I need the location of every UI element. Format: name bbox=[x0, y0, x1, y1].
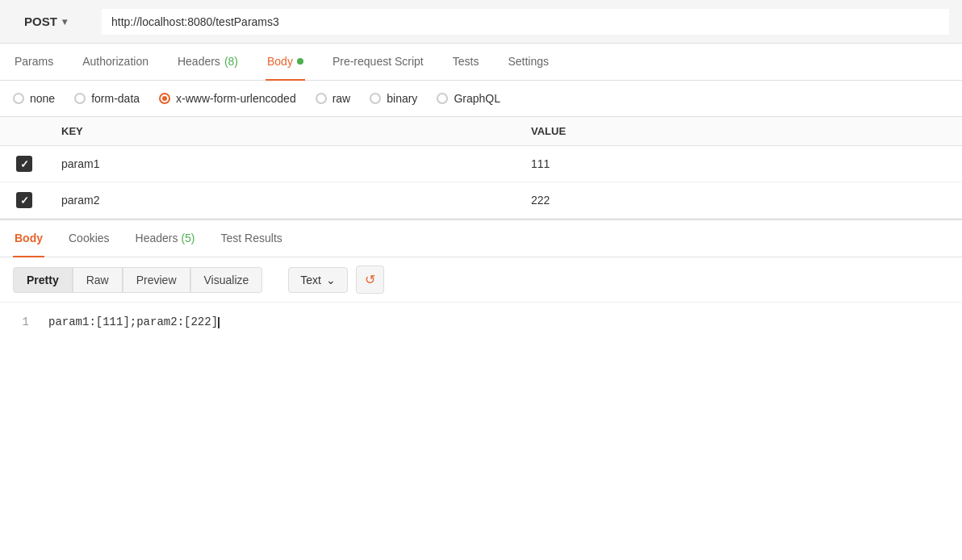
tab-prerequest[interactable]: Pre-request Script bbox=[331, 44, 425, 81]
checkmark-param2: ✓ bbox=[20, 194, 29, 207]
url-input[interactable] bbox=[102, 9, 949, 35]
tab-settings[interactable]: Settings bbox=[506, 44, 550, 81]
wrap-button[interactable]: ↺ bbox=[356, 265, 384, 294]
option-raw[interactable]: raw bbox=[316, 92, 351, 105]
text-cursor bbox=[218, 317, 220, 328]
table-row: ✓ param2 222 bbox=[0, 182, 962, 219]
line-text-1: param1:[111];param2:[222] bbox=[48, 316, 218, 328]
option-x-www-form-urlencoded[interactable]: x-www-form-urlencoded bbox=[159, 92, 296, 105]
text-format-dropdown[interactable]: Text ⌄ bbox=[288, 267, 348, 293]
format-tab-raw[interactable]: Raw bbox=[73, 267, 123, 293]
radio-binary bbox=[370, 93, 381, 104]
body-options: none form-data x-www-form-urlencoded raw… bbox=[0, 81, 962, 117]
method-label: POST bbox=[24, 15, 57, 28]
value-cell-param1[interactable]: 111 bbox=[518, 146, 962, 182]
resp-tab-cookies[interactable]: Cookies bbox=[67, 220, 111, 257]
checkbox-param2[interactable]: ✓ bbox=[16, 192, 32, 208]
params-table: KEY VALUE ✓ param1 111 ✓ bbox=[0, 117, 962, 219]
body-dot bbox=[297, 58, 303, 65]
format-tabs: Pretty Raw Preview Visualize bbox=[13, 267, 262, 293]
response-toolbar: Pretty Raw Preview Visualize Text ⌄ ↺ bbox=[0, 257, 962, 303]
text-format-chevron: ⌄ bbox=[326, 274, 336, 286]
headers-badge: (8) bbox=[224, 55, 238, 68]
col-checkbox-header bbox=[0, 117, 48, 146]
tab-tests[interactable]: Tests bbox=[451, 44, 481, 81]
resp-headers-badge: (5) bbox=[181, 232, 194, 244]
tab-authorization[interactable]: Authorization bbox=[81, 44, 150, 81]
line-number-1: 1 bbox=[13, 316, 29, 328]
text-format-label: Text bbox=[300, 274, 321, 286]
tab-params[interactable]: Params bbox=[13, 44, 55, 81]
response-line-1: 1 param1:[111];param2:[222] bbox=[13, 316, 949, 328]
col-key-header: KEY bbox=[48, 117, 518, 146]
wrap-icon: ↺ bbox=[365, 272, 375, 287]
resp-tab-test-results[interactable]: Test Results bbox=[220, 220, 284, 257]
table-row: ✓ param1 111 bbox=[0, 146, 962, 182]
resp-tab-headers[interactable]: Headers (5) bbox=[134, 220, 197, 257]
format-tab-pretty[interactable]: Pretty bbox=[13, 267, 73, 293]
method-selector[interactable]: POST ▾ bbox=[13, 8, 102, 35]
option-binary[interactable]: binary bbox=[370, 92, 417, 105]
checkbox-param1[interactable]: ✓ bbox=[16, 156, 32, 172]
key-cell-param2[interactable]: param2 bbox=[48, 182, 518, 219]
key-cell-param1[interactable]: param1 bbox=[48, 146, 518, 182]
checkbox-cell-1: ✓ bbox=[0, 146, 48, 182]
line-content-1[interactable]: param1:[111];param2:[222] bbox=[48, 316, 220, 328]
response-tabs: Body Cookies Headers (5) Test Results bbox=[0, 220, 962, 257]
format-tab-preview[interactable]: Preview bbox=[123, 267, 190, 293]
url-bar: POST ▾ bbox=[0, 0, 962, 44]
tab-body[interactable]: Body bbox=[266, 44, 305, 81]
request-tabs: Params Authorization Headers (8) Body Pr… bbox=[0, 44, 962, 81]
option-graphql[interactable]: GraphQL bbox=[437, 92, 500, 105]
radio-raw bbox=[316, 93, 327, 104]
radio-none bbox=[13, 93, 24, 104]
radio-x-www-form-urlencoded bbox=[159, 93, 170, 104]
radio-form-data bbox=[74, 93, 86, 104]
radio-graphql bbox=[437, 93, 448, 104]
tab-headers[interactable]: Headers (8) bbox=[176, 44, 240, 81]
checkbox-cell-2: ✓ bbox=[0, 182, 48, 219]
checkmark-param1: ✓ bbox=[20, 158, 29, 170]
option-none[interactable]: none bbox=[13, 92, 55, 105]
method-chevron: ▾ bbox=[62, 16, 67, 27]
format-tab-visualize[interactable]: Visualize bbox=[190, 267, 263, 293]
col-value-header: VALUE bbox=[518, 117, 962, 146]
response-section: Body Cookies Headers (5) Test Results Pr… bbox=[0, 219, 962, 341]
value-cell-param2[interactable]: 222 bbox=[518, 182, 962, 219]
response-body: 1 param1:[111];param2:[222] bbox=[0, 303, 962, 341]
option-form-data[interactable]: form-data bbox=[74, 92, 140, 105]
resp-tab-body[interactable]: Body bbox=[13, 220, 44, 257]
